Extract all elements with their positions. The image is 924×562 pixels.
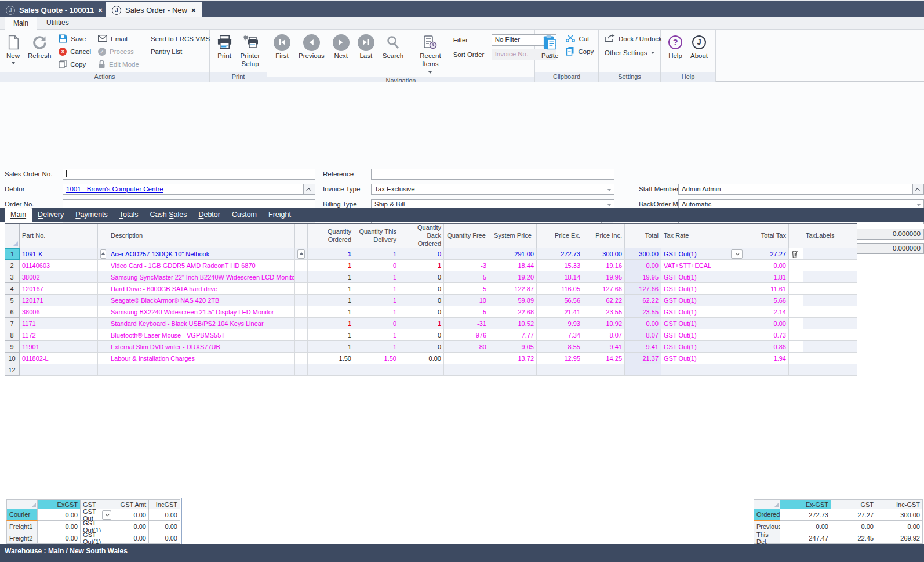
grid-header-qty_del[interactable]: Quantity This Delivery [354, 224, 399, 248]
row-selector-9[interactable]: 9 [5, 341, 20, 353]
cell-desc[interactable] [108, 364, 295, 376]
cell-total[interactable]: 21.37 [625, 353, 661, 364]
totals-row-this-del-[interactable]: This Del. [754, 532, 780, 544]
cell-sp1[interactable] [98, 248, 108, 260]
cell-part[interactable] [20, 364, 98, 376]
printer-setup-button[interactable]: Printer Setup [237, 31, 264, 72]
first-button[interactable]: First [270, 31, 294, 77]
cell-desc[interactable]: Samsung BX2240 Widescreen 21.5" Display … [108, 306, 295, 318]
cell-qty_back[interactable]: 0.00 [399, 353, 444, 364]
new-button[interactable]: New [2, 31, 24, 72]
send-to-frcs-vms-button[interactable]: Send to FRCS VMS [151, 34, 210, 43]
cell-sys_price[interactable]: 59.89 [489, 295, 537, 306]
cell-part[interactable]: 11901 [20, 341, 98, 353]
cell-qty_back[interactable]: 0 [399, 271, 444, 283]
row-spinner-button[interactable] [100, 249, 106, 259]
cell-qty_free[interactable] [444, 364, 489, 376]
cell-qty_del[interactable]: 1 [354, 248, 399, 260]
freight-cell[interactable]: 0.00 [114, 532, 149, 544]
cell-qty_free[interactable] [444, 353, 489, 364]
copy-button[interactable]: Copy [59, 60, 91, 69]
cell-tax_rate[interactable] [661, 364, 745, 376]
staff-member-input[interactable]: Admin Admin [678, 184, 912, 195]
cell-total_tax[interactable]: 2.14 [745, 306, 789, 318]
cell-qty_del[interactable]: 1.50 [354, 353, 399, 364]
grid-header-part[interactable]: Part No. [20, 224, 98, 248]
cell-sys_price[interactable]: 18.44 [489, 260, 537, 271]
grid-select-all-corner[interactable] [5, 224, 20, 248]
cancel-button[interactable]: × Cancel [59, 47, 91, 56]
cell-tax_rate[interactable]: GST Out(1) [661, 248, 745, 260]
cell-qty_ord[interactable] [308, 364, 354, 376]
cell-price_ex[interactable]: 9.93 [537, 318, 583, 329]
cell-qty_del[interactable]: 1 [354, 271, 399, 283]
cell-total_tax[interactable]: 1.81 [745, 271, 789, 283]
save-button[interactable]: Save [59, 34, 91, 43]
totals-cell[interactable]: 269.92 [876, 532, 923, 544]
cell-qty_free[interactable]: 80 [444, 341, 489, 353]
page-tab-custom[interactable]: Custom [226, 208, 263, 222]
page-tab-cash-sales[interactable]: Cash Sales [144, 208, 193, 222]
cell-part[interactable]: 38006 [20, 306, 98, 318]
cell-price_ex[interactable]: 272.73 [537, 248, 583, 260]
cell-sp2[interactable] [295, 248, 308, 260]
cell-qty_back[interactable]: 0 [399, 329, 444, 341]
cell-sys_price[interactable]: 9.05 [489, 341, 537, 353]
cell-qty_free[interactable] [444, 248, 489, 260]
totals-cell[interactable]: 272.73 [780, 509, 831, 521]
grid-header-total_tax[interactable]: Total Tax [745, 224, 789, 248]
grid-header-tax_labels[interactable]: TaxLabels [803, 224, 857, 248]
cell-total_tax[interactable]: 5.66 [745, 295, 789, 306]
cell-desc[interactable]: Hard Drive - 6000GB SATA hard drive [108, 283, 295, 295]
cell-part[interactable]: 38002 [20, 271, 98, 283]
cell-desc[interactable]: Samsung SyncMaster 22" Inch B2240W Wides… [108, 271, 295, 283]
clipboard-copy-button[interactable]: Copy [566, 47, 594, 56]
totals-cell[interactable]: 0.00 [876, 521, 923, 532]
cell-qty_del[interactable]: 1 [354, 329, 399, 341]
debtor-input[interactable]: 1001 - Brown's Computer Centre [63, 184, 304, 195]
cell-total_tax[interactable] [745, 364, 789, 376]
cell-tax_labels[interactable] [803, 329, 857, 341]
cell-qty_del[interactable]: 1 [354, 341, 399, 353]
cell-tax_labels[interactable] [803, 260, 857, 271]
freight-header-exgst[interactable]: ExGST [38, 499, 81, 509]
cell-desc[interactable]: Video Card - 1GB GDDR5 AMD RadeonT HD 68… [108, 260, 295, 271]
cell-price_ex[interactable]: 7.34 [537, 329, 583, 341]
cell-qty_ord[interactable]: 1 [308, 341, 354, 353]
cell-total[interactable]: 300.00 [625, 248, 661, 260]
totals-header-ex-gst[interactable]: Ex-GST [780, 499, 831, 509]
email-button[interactable]: Email [98, 34, 139, 43]
freight-cell[interactable]: 0.00 [149, 509, 180, 521]
sales-order-no-input[interactable] [63, 169, 315, 180]
refresh-button[interactable]: Refresh [24, 31, 55, 72]
delete-row-button[interactable] [789, 248, 803, 260]
cell-tax_rate[interactable]: GST Out(1) [661, 271, 745, 283]
cell-tax_rate[interactable]: VAT+STT+ECAL [661, 260, 745, 271]
freight-cell[interactable]: 0.00 [38, 521, 81, 532]
cell-total_tax[interactable]: 1.94 [745, 353, 789, 364]
cell-price_ex[interactable]: 18.14 [537, 271, 583, 283]
cell-sys_price[interactable]: 13.72 [489, 353, 537, 364]
cell-tax_rate[interactable]: GST Out(1) [661, 306, 745, 318]
cell-qty_back[interactable]: 0 [399, 283, 444, 295]
page-tab-main[interactable]: Main [5, 208, 32, 222]
grid-header-qty_ord[interactable]: Quantity Ordered [308, 224, 354, 248]
ribbon-tab-main[interactable]: Main [5, 17, 37, 30]
cell-total[interactable]: 9.41 [625, 341, 661, 353]
cell-price_inc[interactable]: 62.22 [583, 295, 625, 306]
row-selector-2[interactable]: 2 [5, 260, 20, 271]
cell-total[interactable]: 19.95 [625, 271, 661, 283]
tab-sales-order[interactable]: J Sales Order - New × [106, 2, 202, 18]
dock-undock-button[interactable]: Dock / Undock [605, 34, 662, 43]
cell-qty_back[interactable]: 1 [399, 260, 444, 271]
cell-qty_back[interactable]: 1 [399, 318, 444, 329]
row-selector-8[interactable]: 8 [5, 329, 20, 341]
reference-input[interactable] [371, 169, 614, 180]
cell-desc[interactable]: External Slim DVD writer - DRXS77UB [108, 341, 295, 353]
close-icon[interactable]: × [98, 6, 103, 14]
recent-items-button[interactable]: Recent Items [416, 31, 445, 77]
grid-header-qty_free[interactable]: Quantity Free [444, 224, 489, 248]
cell-total_tax[interactable]: 27.27 [745, 248, 789, 260]
close-icon[interactable]: × [191, 6, 196, 14]
cell-qty_ord[interactable]: 1 [308, 318, 354, 329]
